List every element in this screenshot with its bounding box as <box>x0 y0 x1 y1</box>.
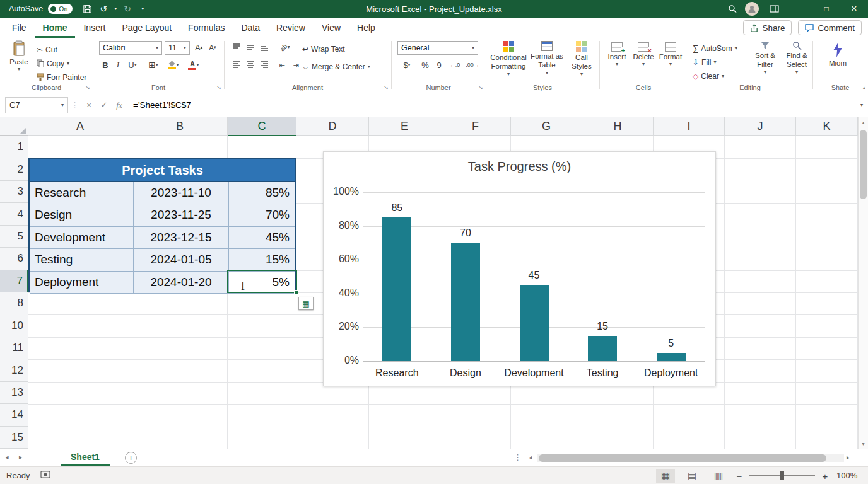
insert-cells-button[interactable]: + Insert▾ <box>604 42 630 67</box>
cell-A7[interactable]: Deployment <box>30 272 134 294</box>
enter-formula-button[interactable]: ✓ <box>97 100 112 110</box>
align-right-button[interactable] <box>258 59 271 71</box>
bottom-align-button[interactable] <box>258 41 271 54</box>
previous-sheet-button[interactable]: ◂ <box>5 453 9 461</box>
close-button[interactable]: × <box>840 0 868 18</box>
normal-view-button[interactable]: ▦ <box>656 469 675 483</box>
bold-button[interactable]: B <box>99 59 112 71</box>
format-as-table-button[interactable]: Format as Table▾ <box>529 41 565 76</box>
undo-menu-button[interactable]: ▾ <box>112 0 119 18</box>
cell-A3[interactable]: Research <box>30 182 134 204</box>
comment-button[interactable]: Comment <box>798 20 862 35</box>
row-header-11[interactable]: 11 <box>0 337 28 359</box>
accounting-format-button[interactable]: $▾ <box>399 59 415 71</box>
format-cells-button[interactable]: Format▾ <box>657 42 684 67</box>
italic-button[interactable]: I <box>112 59 124 71</box>
delete-cells-button[interactable]: × Delete▾ <box>631 42 656 67</box>
chart-bar-deployment[interactable] <box>657 353 686 361</box>
column-header-A[interactable]: A <box>28 117 132 136</box>
format-painter-button[interactable]: Forr Painter <box>37 71 86 84</box>
merge-center-button[interactable]: ⇔Merge & Center▾ <box>302 60 370 73</box>
horizontal-scrollbar-thumb[interactable] <box>539 454 826 462</box>
cell-A5[interactable]: Development <box>30 227 134 249</box>
cell-B7[interactable]: 2024-01-20 <box>134 272 229 294</box>
increase-indent-button[interactable]: ⇥ <box>290 59 302 71</box>
column-header-H[interactable]: H <box>582 117 654 136</box>
autosave-toggle[interactable]: On <box>48 4 73 14</box>
increase-font-size-button[interactable]: A▴ <box>192 41 205 54</box>
comma-style-button[interactable]: 9 <box>433 59 445 71</box>
search-button[interactable] <box>724 0 741 18</box>
collapse-ribbon-button[interactable]: ▴ <box>862 84 865 91</box>
cell-A6[interactable]: Testing <box>30 249 134 271</box>
cell-A4[interactable]: Design <box>30 204 134 226</box>
row-header-8[interactable]: 8 <box>0 292 28 314</box>
font-dialog-launcher[interactable]: ↘ <box>216 84 221 91</box>
column-header-K[interactable]: K <box>796 117 858 136</box>
row-header-6[interactable]: 6 <box>0 248 28 270</box>
name-box[interactable]: C7▾ <box>5 97 68 113</box>
macro-record-icon[interactable] <box>40 470 50 481</box>
decrease-indent-button[interactable]: ⇤ <box>276 59 288 71</box>
cell-C3[interactable]: 85% <box>229 182 295 204</box>
page-layout-view-button[interactable]: ▤ <box>683 469 701 483</box>
scroll-up-arrow[interactable]: ▴ <box>859 117 868 127</box>
tab-review[interactable]: Review <box>268 18 314 38</box>
font-size-combobox[interactable]: 11▾ <box>165 41 190 55</box>
underline-button[interactable]: U▾ <box>124 59 141 71</box>
tab-home[interactable]: Home <box>35 18 76 38</box>
tab-file[interactable]: File <box>4 18 35 38</box>
page-break-view-button[interactable]: ▥ <box>709 469 728 483</box>
decrease-font-size-button[interactable]: A▾ <box>206 41 219 54</box>
wrap-text-button[interactable]: ↩Wrap Text <box>302 42 345 55</box>
fill-color-button[interactable]: ▾ <box>165 59 182 71</box>
ideas-button[interactable]: Miom <box>820 42 855 67</box>
select-all-corner[interactable] <box>0 117 28 136</box>
conditional-formatting-button[interactable]: Conditional Formatting▾ <box>490 41 527 77</box>
redo-button[interactable]: ↻ <box>119 0 136 18</box>
row-header-4[interactable]: 4 <box>0 203 28 225</box>
row-header-3[interactable]: 3 <box>0 181 28 203</box>
column-header-E[interactable]: E <box>369 117 440 136</box>
chart-bar-development[interactable] <box>520 285 549 361</box>
clipboard-dialog-launcher[interactable]: ↘ <box>85 84 90 91</box>
row-header-2[interactable]: 2 <box>0 158 28 180</box>
cell-B3[interactable]: 2023-11-10 <box>134 182 229 204</box>
orientation-button[interactable]: ab▾ <box>276 41 295 54</box>
tab-view[interactable]: View <box>314 18 349 38</box>
find-select-button[interactable]: Find & Select▾ <box>782 41 811 75</box>
sheet-tab-sheet1[interactable]: Sheet1 <box>61 449 110 466</box>
row-header-15[interactable]: 15 <box>0 427 28 449</box>
tab-insert[interactable]: Insert <box>75 18 114 38</box>
row-header-7[interactable]: 7 <box>0 270 28 292</box>
table-title-cell[interactable]: Project Tasks <box>30 159 295 182</box>
cell-C5[interactable]: 45% <box>229 227 295 249</box>
hscroll-right-arrow[interactable]: ▸ <box>847 454 850 461</box>
insert-function-button[interactable]: fx <box>112 100 127 110</box>
minimize-button[interactable]: − <box>785 0 812 18</box>
font-color-button[interactable]: A▾ <box>185 59 202 71</box>
zoom-in-button[interactable]: + <box>819 469 831 483</box>
zoom-out-button[interactable]: − <box>733 469 746 483</box>
fill-handle[interactable] <box>294 290 298 294</box>
align-center-button[interactable] <box>244 59 257 71</box>
align-left-button[interactable] <box>230 59 243 71</box>
add-sheet-button[interactable]: + <box>125 452 137 464</box>
zoom-slider-thumb[interactable] <box>780 471 784 480</box>
autosum-button[interactable]: ∑AutoSom▾ <box>693 42 737 55</box>
tab-help[interactable]: Help <box>349 18 384 38</box>
tab-formulas[interactable]: Formulas <box>180 18 233 38</box>
formula-input[interactable]: ='Sheet1'!$C$7 <box>133 100 191 110</box>
borders-button[interactable]: ⊞▾ <box>144 59 162 71</box>
percent-style-button[interactable]: % <box>419 59 431 71</box>
sheet-options-kebab[interactable]: ⋮ <box>513 452 522 462</box>
column-header-F[interactable]: F <box>440 117 511 136</box>
share-button[interactable]: Share <box>743 20 792 35</box>
number-dialog-launcher[interactable]: ↘ <box>478 84 483 91</box>
save-button[interactable] <box>79 0 95 18</box>
column-header-G[interactable]: G <box>511 117 582 136</box>
row-header-10[interactable]: 10 <box>0 314 28 337</box>
hscroll-left-arrow[interactable]: ◂ <box>529 454 532 461</box>
undo-button[interactable]: ↺ <box>95 0 112 18</box>
namebox-splitter[interactable]: ⋮ <box>71 100 79 110</box>
